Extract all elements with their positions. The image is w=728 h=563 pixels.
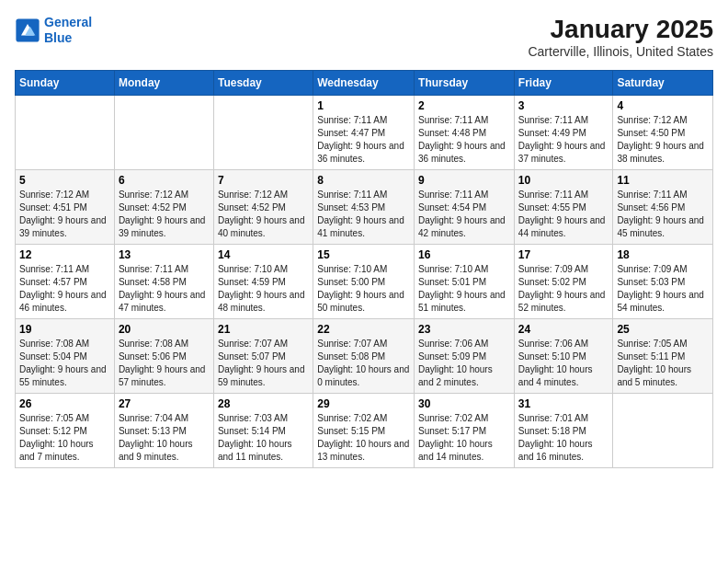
day-number: 14 bbox=[218, 248, 309, 261]
calendar-cell: 16Sunrise: 7:10 AM Sunset: 5:01 PM Dayli… bbox=[415, 245, 515, 319]
calendar-cell: 2Sunrise: 7:11 AM Sunset: 4:48 PM Daylig… bbox=[415, 96, 515, 170]
day-number: 4 bbox=[617, 99, 709, 112]
day-info: Sunrise: 7:11 AM Sunset: 4:57 PM Dayligh… bbox=[19, 263, 110, 315]
day-info: Sunrise: 7:11 AM Sunset: 4:47 PM Dayligh… bbox=[317, 114, 410, 166]
day-info: Sunrise: 7:09 AM Sunset: 5:03 PM Dayligh… bbox=[617, 263, 709, 315]
day-number: 15 bbox=[317, 248, 410, 261]
calendar-week-row: 1Sunrise: 7:11 AM Sunset: 4:47 PM Daylig… bbox=[16, 96, 713, 170]
day-number: 20 bbox=[119, 323, 210, 336]
calendar-cell bbox=[114, 96, 213, 170]
calendar-cell: 1Sunrise: 7:11 AM Sunset: 4:47 PM Daylig… bbox=[313, 96, 415, 170]
calendar-cell: 28Sunrise: 7:03 AM Sunset: 5:14 PM Dayli… bbox=[213, 394, 313, 468]
calendar-week-row: 19Sunrise: 7:08 AM Sunset: 5:04 PM Dayli… bbox=[16, 319, 713, 394]
day-info: Sunrise: 7:02 AM Sunset: 5:15 PM Dayligh… bbox=[317, 412, 410, 464]
day-info: Sunrise: 7:11 AM Sunset: 4:56 PM Dayligh… bbox=[617, 189, 709, 240]
day-info: Sunrise: 7:05 AM Sunset: 5:12 PM Dayligh… bbox=[19, 412, 110, 464]
calendar-cell: 15Sunrise: 7:10 AM Sunset: 5:00 PM Dayli… bbox=[313, 245, 415, 319]
day-number: 25 bbox=[617, 323, 709, 336]
header-wednesday: Wednesday bbox=[313, 71, 415, 96]
logo-line2: Blue bbox=[44, 30, 72, 45]
day-number: 31 bbox=[518, 397, 609, 410]
day-info: Sunrise: 7:11 AM Sunset: 4:55 PM Dayligh… bbox=[518, 189, 609, 240]
day-number: 16 bbox=[418, 248, 510, 261]
calendar-week-row: 5Sunrise: 7:12 AM Sunset: 4:51 PM Daylig… bbox=[16, 170, 713, 245]
calendar-cell: 10Sunrise: 7:11 AM Sunset: 4:55 PM Dayli… bbox=[514, 170, 613, 245]
day-info: Sunrise: 7:09 AM Sunset: 5:02 PM Dayligh… bbox=[518, 263, 609, 315]
day-info: Sunrise: 7:07 AM Sunset: 5:07 PM Dayligh… bbox=[218, 338, 309, 389]
header-friday: Friday bbox=[514, 71, 613, 96]
header-thursday: Thursday bbox=[415, 71, 515, 96]
day-number: 26 bbox=[19, 397, 110, 410]
calendar-cell: 21Sunrise: 7:07 AM Sunset: 5:07 PM Dayli… bbox=[213, 319, 313, 394]
calendar-cell: 7Sunrise: 7:12 AM Sunset: 4:52 PM Daylig… bbox=[213, 170, 313, 245]
calendar-title: January 2025 bbox=[528, 15, 713, 44]
calendar-week-row: 12Sunrise: 7:11 AM Sunset: 4:57 PM Dayli… bbox=[16, 245, 713, 319]
calendar-cell bbox=[213, 96, 313, 170]
day-info: Sunrise: 7:11 AM Sunset: 4:48 PM Dayligh… bbox=[418, 114, 510, 166]
day-info: Sunrise: 7:01 AM Sunset: 5:18 PM Dayligh… bbox=[518, 412, 609, 464]
day-number: 12 bbox=[19, 248, 110, 261]
calendar-cell: 6Sunrise: 7:12 AM Sunset: 4:52 PM Daylig… bbox=[114, 170, 213, 245]
calendar-week-row: 26Sunrise: 7:05 AM Sunset: 5:12 PM Dayli… bbox=[16, 394, 713, 468]
day-number: 24 bbox=[518, 323, 609, 336]
day-number: 10 bbox=[518, 174, 609, 187]
day-info: Sunrise: 7:06 AM Sunset: 5:09 PM Dayligh… bbox=[418, 338, 510, 389]
day-info: Sunrise: 7:06 AM Sunset: 5:10 PM Dayligh… bbox=[518, 338, 609, 389]
calendar-cell: 31Sunrise: 7:01 AM Sunset: 5:18 PM Dayli… bbox=[514, 394, 613, 468]
day-info: Sunrise: 7:12 AM Sunset: 4:52 PM Dayligh… bbox=[218, 189, 309, 240]
day-number: 6 bbox=[119, 174, 210, 187]
day-info: Sunrise: 7:10 AM Sunset: 5:01 PM Dayligh… bbox=[418, 263, 510, 315]
calendar-cell: 8Sunrise: 7:11 AM Sunset: 4:53 PM Daylig… bbox=[313, 170, 415, 245]
day-number: 9 bbox=[418, 174, 510, 187]
calendar-table: SundayMondayTuesdayWednesdayThursdayFrid… bbox=[15, 70, 713, 468]
day-number: 19 bbox=[19, 323, 110, 336]
day-info: Sunrise: 7:11 AM Sunset: 4:54 PM Dayligh… bbox=[418, 189, 510, 240]
title-block: January 2025 Carterville, Illinois, Unit… bbox=[528, 15, 713, 59]
calendar-cell: 24Sunrise: 7:06 AM Sunset: 5:10 PM Dayli… bbox=[514, 319, 613, 394]
calendar-cell bbox=[16, 96, 115, 170]
day-info: Sunrise: 7:02 AM Sunset: 5:17 PM Dayligh… bbox=[418, 412, 510, 464]
calendar-cell: 26Sunrise: 7:05 AM Sunset: 5:12 PM Dayli… bbox=[16, 394, 115, 468]
day-number: 11 bbox=[617, 174, 709, 187]
calendar-cell: 27Sunrise: 7:04 AM Sunset: 5:13 PM Dayli… bbox=[114, 394, 213, 468]
page-header: General Blue January 2025 Carterville, I… bbox=[15, 15, 713, 59]
day-info: Sunrise: 7:12 AM Sunset: 4:50 PM Dayligh… bbox=[617, 114, 709, 166]
day-number: 13 bbox=[119, 248, 210, 261]
day-number: 5 bbox=[19, 174, 110, 187]
day-number: 18 bbox=[617, 248, 709, 261]
header-tuesday: Tuesday bbox=[213, 71, 313, 96]
calendar-cell: 14Sunrise: 7:10 AM Sunset: 4:59 PM Dayli… bbox=[213, 245, 313, 319]
day-number: 17 bbox=[518, 248, 609, 261]
logo-text: General Blue bbox=[44, 15, 92, 46]
day-number: 22 bbox=[317, 323, 410, 336]
calendar-cell: 18Sunrise: 7:09 AM Sunset: 5:03 PM Dayli… bbox=[613, 245, 713, 319]
day-info: Sunrise: 7:12 AM Sunset: 4:52 PM Dayligh… bbox=[119, 189, 210, 240]
day-info: Sunrise: 7:12 AM Sunset: 4:51 PM Dayligh… bbox=[19, 189, 110, 240]
day-number: 27 bbox=[119, 397, 210, 410]
day-number: 23 bbox=[418, 323, 510, 336]
day-info: Sunrise: 7:10 AM Sunset: 5:00 PM Dayligh… bbox=[317, 263, 410, 315]
day-info: Sunrise: 7:07 AM Sunset: 5:08 PM Dayligh… bbox=[317, 338, 410, 389]
calendar-cell: 3Sunrise: 7:11 AM Sunset: 4:49 PM Daylig… bbox=[514, 96, 613, 170]
day-number: 2 bbox=[418, 99, 510, 112]
day-info: Sunrise: 7:11 AM Sunset: 4:53 PM Dayligh… bbox=[317, 189, 410, 240]
calendar-cell: 13Sunrise: 7:11 AM Sunset: 4:58 PM Dayli… bbox=[114, 245, 213, 319]
day-number: 3 bbox=[518, 99, 609, 112]
logo-line1: General bbox=[44, 15, 92, 29]
calendar-cell: 11Sunrise: 7:11 AM Sunset: 4:56 PM Dayli… bbox=[613, 170, 713, 245]
calendar-cell: 20Sunrise: 7:08 AM Sunset: 5:06 PM Dayli… bbox=[114, 319, 213, 394]
calendar-cell: 5Sunrise: 7:12 AM Sunset: 4:51 PM Daylig… bbox=[16, 170, 115, 245]
calendar-cell: 23Sunrise: 7:06 AM Sunset: 5:09 PM Dayli… bbox=[415, 319, 515, 394]
calendar-cell bbox=[613, 394, 713, 468]
day-number: 28 bbox=[218, 397, 309, 410]
calendar-cell: 4Sunrise: 7:12 AM Sunset: 4:50 PM Daylig… bbox=[613, 96, 713, 170]
calendar-cell: 9Sunrise: 7:11 AM Sunset: 4:54 PM Daylig… bbox=[415, 170, 515, 245]
header-saturday: Saturday bbox=[613, 71, 713, 96]
calendar-header-row: SundayMondayTuesdayWednesdayThursdayFrid… bbox=[16, 71, 713, 96]
day-number: 21 bbox=[218, 323, 309, 336]
day-info: Sunrise: 7:08 AM Sunset: 5:06 PM Dayligh… bbox=[119, 338, 210, 389]
day-number: 29 bbox=[317, 397, 410, 410]
day-number: 1 bbox=[317, 99, 410, 112]
day-info: Sunrise: 7:04 AM Sunset: 5:13 PM Dayligh… bbox=[119, 412, 210, 464]
calendar-subtitle: Carterville, Illinois, United States bbox=[528, 44, 713, 59]
